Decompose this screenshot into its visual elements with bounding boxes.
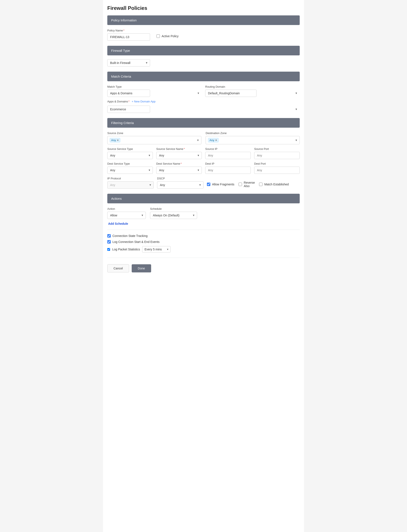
routing-domain-label: Routing Domain [205,85,300,88]
active-policy-label: Active Policy [162,34,179,38]
dest-service-name-group: Dest Service Name* Any ▼ [156,162,202,174]
action-group: Action Allow Deny Drop ▼ [107,207,146,219]
dscp-select[interactable]: Any [157,181,204,189]
apps-domains-label: Apps & Domains* [107,100,130,103]
firewall-type-header: Firewall Type [107,46,300,55]
source-zone-tag: Any ✕ [110,138,120,143]
source-port-group: Source Port [254,147,300,159]
dest-service-name-select-wrapper: Any ▼ [156,167,202,174]
source-zone-label: Source Zone [107,132,201,135]
source-ip-group: Source IP [205,147,251,159]
action-schedule-row: Action Allow Deny Drop ▼ Schedule Always… [107,207,300,219]
dest-ip-label: Dest IP [205,162,251,165]
source-service-name-select[interactable]: Any [156,152,202,159]
match-established-label: Match Established [264,183,289,186]
source-zone-input[interactable]: Any ✕ [107,136,201,144]
filtering-criteria-section: Filtering Criteria Source Zone Any ✕ ▼ D… [107,118,300,189]
log-connection-checkbox[interactable] [107,240,111,244]
source-zone-tag-close-icon[interactable]: ✕ [117,139,119,142]
connection-state-tracking-row: Connection State Tracking [107,234,300,238]
zone-row: Source Zone Any ✕ ▼ Destination Zone [107,132,300,144]
action-select-wrapper: Allow Deny Drop ▼ [107,212,146,219]
source-ip-input[interactable] [205,152,251,159]
source-row: Source Service Type Any TCP UDP ▼ Source… [107,147,300,159]
source-service-type-select[interactable]: Any TCP UDP [107,152,153,159]
ip-protocol-label: IP Protocol [107,177,154,180]
dscp-group: DSCP Any ▼ [157,177,204,189]
add-schedule-button[interactable]: Add Schedule [108,222,128,225]
action-label: Action [107,207,146,210]
source-zone-select-wrapper[interactable]: Any ✕ ▼ [107,136,201,144]
filtering-criteria-header: Filtering Criteria [107,118,300,128]
dest-service-type-group: Dest Service Type Any TCP UDP ▼ [107,162,153,174]
schedule-select-wrapper: Always On (Default) ▼ [150,212,197,219]
active-policy-checkbox[interactable] [157,34,160,38]
destination-zone-tag-close-icon[interactable]: ✕ [215,139,217,142]
destination-zone-input[interactable]: Any ✕ [206,136,300,144]
match-criteria-section: Match Criteria Match Type Apps & Domains… [107,72,300,113]
source-service-type-group: Source Service Type Any TCP UDP ▼ [107,147,153,159]
destination-zone-select-wrapper[interactable]: Any ✕ ▼ [206,136,300,144]
destination-zone-group: Destination Zone Any ✕ ▼ [206,132,300,144]
log-connection-label: Log Connection Start & End Events [112,240,159,244]
routing-domain-select[interactable]: Default_RoutingDomain [205,90,257,97]
apps-domains-select[interactable]: Ecommerce Social Media Finance [107,106,150,113]
match-established-row: Match Established [259,183,289,186]
policy-information-header: Policy Information [107,16,300,25]
allow-fragments-checkbox[interactable] [207,183,210,186]
firewall-type-select[interactable]: Built-in Firewall External Firewall [107,59,150,66]
dest-ip-input[interactable] [205,167,251,174]
done-button[interactable]: Done [132,264,151,272]
policy-name-label: Policy Name* [107,29,150,32]
new-domain-app-button[interactable]: + New Domain App [132,100,156,103]
connection-state-tracking-checkbox[interactable] [107,234,111,238]
source-service-name-group: Source Service Name* Any ▼ [156,147,202,159]
dest-service-type-select-wrapper: Any TCP UDP ▼ [107,167,153,174]
page-container: Firewall Policies Policy Information Pol… [103,0,304,532]
match-criteria-top-row: Match Type Apps & Domains IP Address Any… [107,85,300,97]
active-policy-group: Active Policy [157,34,179,38]
policy-name-input[interactable] [107,33,150,41]
destination-zone-label: Destination Zone [206,132,300,135]
log-packet-interval-select[interactable]: Every 5 mins Every 10 mins Every 15 mins… [142,246,171,253]
firewall-type-select-wrapper: Built-in Firewall External Firewall ▼ [107,59,150,66]
dscp-label: DSCP [157,177,204,180]
dest-service-name-select[interactable]: Any [156,167,202,174]
reverse-also-label: ReverseAlso [244,181,255,188]
source-service-type-select-wrapper: Any TCP UDP ▼ [107,152,153,159]
routing-domain-group: Routing Domain Default_RoutingDomain ▼ [205,85,300,97]
apps-domains-header: Apps & Domains* + New Domain App [107,100,300,103]
match-type-label: Match Type [107,85,202,88]
allow-fragments-row: Allow Fragments [207,183,234,186]
reverse-also-row: ReverseAlso [239,181,255,188]
log-packet-statistics-row: Log Packet Statistics Every 5 mins Every… [107,246,300,253]
actions-header: Actions [107,194,300,203]
reverse-also-checkbox[interactable] [239,183,242,186]
dest-service-type-select[interactable]: Any TCP UDP [107,167,153,174]
log-packet-statistics-checkbox[interactable] [107,248,110,251]
source-service-type-label: Source Service Type [107,147,153,151]
dest-port-input[interactable] [254,167,300,174]
source-service-name-label: Source Service Name* [156,147,202,151]
match-established-checkbox[interactable] [259,183,263,186]
ip-protocol-select[interactable]: Any [107,181,154,189]
policy-name-group: Policy Name* [107,29,150,41]
log-packet-statistics-label: Log Packet Statistics [112,248,140,251]
match-type-select[interactable]: Apps & Domains IP Address Any [107,90,150,97]
dest-ip-group: Dest IP [205,162,251,174]
schedule-select[interactable]: Always On (Default) [150,212,197,219]
ip-protocol-group: IP Protocol Any ▼ [107,177,154,189]
cancel-button[interactable]: Cancel [107,264,129,272]
action-select[interactable]: Allow Deny Drop [107,212,146,219]
routing-domain-chevron-icon: ▼ [295,92,297,95]
source-port-label: Source Port [254,147,300,151]
filter-checkboxes: Allow Fragments ReverseAlso Match Establ… [207,181,300,189]
source-service-name-select-wrapper: Any ▼ [156,152,202,159]
source-port-input[interactable] [254,152,300,159]
button-row: Cancel Done [107,264,300,272]
source-zone-group: Source Zone Any ✕ ▼ [107,132,201,144]
match-type-group: Match Type Apps & Domains IP Address Any… [107,85,202,97]
routing-domain-select-wrapper: Default_RoutingDomain ▼ [205,90,300,97]
schedule-label: Schedule [150,207,197,210]
match-type-select-wrapper: Apps & Domains IP Address Any ▼ [107,90,202,97]
